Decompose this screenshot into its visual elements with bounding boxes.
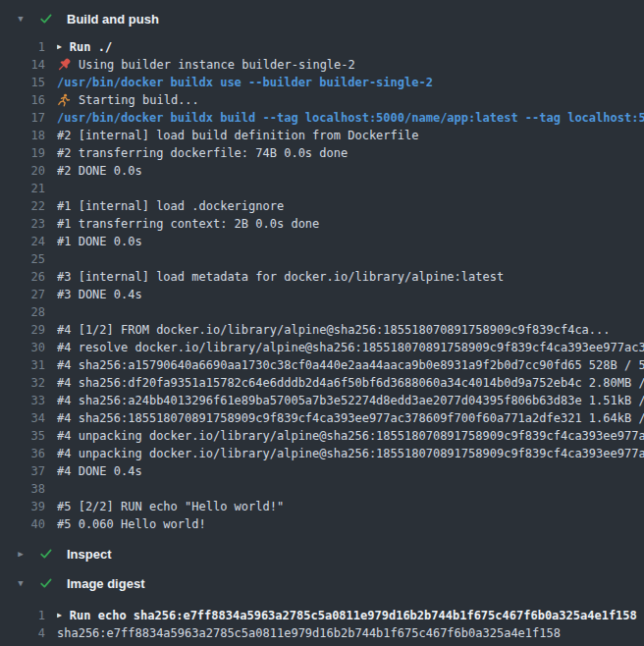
play-arrow-icon[interactable]: ▶ <box>57 612 62 619</box>
line-content: #4 sha256:185518070891758909c9f839cf4ca3… <box>57 411 644 425</box>
line-number[interactable]: 22 <box>0 199 57 213</box>
section-header-build-and-push[interactable]: ▼Build and push <box>0 4 644 33</box>
log-line: 35#4 unpacking docker.io/library/alpine@… <box>0 427 644 445</box>
line-number[interactable]: 25 <box>0 252 57 266</box>
chevron-right-icon[interactable]: ▶ <box>15 550 27 559</box>
line-text: Using builder instance builder-single-2 <box>57 56 644 74</box>
line-content: Using builder instance builder-single-2 <box>79 58 355 72</box>
line-content: #4 DONE 0.4s <box>57 464 142 478</box>
log-line: 16Starting build... <box>0 91 644 109</box>
line-content: #4 sha256:a24bb4013296f61e89ba57005a7b3e… <box>57 394 644 407</box>
log-line: 34#4 sha256:185518070891758909c9f839cf4c… <box>0 409 644 427</box>
line-text: #5 0.060 Hello world! <box>57 515 644 533</box>
section-body-build-and-push: 1▶Run ./14Using builder instance builder… <box>0 33 644 539</box>
pushpin-icon <box>57 58 71 72</box>
log-line: 38 <box>0 480 644 498</box>
line-number[interactable]: 17 <box>0 111 57 125</box>
line-text: /usr/bin/docker buildx use --builder bui… <box>57 74 644 91</box>
line-content: #1 [internal] load .dockerignore <box>57 199 284 213</box>
play-arrow-icon[interactable]: ▶ <box>57 43 62 51</box>
line-content: sha256:e7ff8834a5963a2785c5a0811e979d16b… <box>57 626 561 640</box>
log-line: 33#4 sha256:a24bb4013296f61e89ba57005a7b… <box>0 392 644 409</box>
line-number[interactable]: 36 <box>0 447 57 460</box>
line-content: #2 transferring dockerfile: 74B 0.0s don… <box>57 146 348 160</box>
log-line: 36#4 unpacking docker.io/library/alpine@… <box>0 445 644 462</box>
line-text: Starting build... <box>57 91 644 109</box>
line-text: #4 unpacking docker.io/library/alpine@sh… <box>57 427 644 445</box>
line-number[interactable]: 37 <box>0 464 57 478</box>
chevron-down-icon[interactable]: ▼ <box>15 15 27 24</box>
line-text: #4 sha256:a24bb4013296f61e89ba57005a7b3e… <box>57 392 644 409</box>
section-header-image-digest[interactable]: ▼Image digest <box>0 568 644 598</box>
log-line: 26#3 [internal] load metadata for docker… <box>0 268 644 286</box>
log-line: 4sha256:e7ff8834a5963a2785c5a0811e979d16… <box>0 624 644 642</box>
line-content: #5 [2/2] RUN echo "Hello world!" <box>57 500 284 513</box>
line-number[interactable]: 1 <box>0 40 57 54</box>
line-number[interactable]: 33 <box>0 394 57 407</box>
line-number[interactable]: 21 <box>0 182 57 195</box>
line-number[interactable]: 32 <box>0 376 57 390</box>
line-number[interactable]: 14 <box>0 58 57 72</box>
line-text: #3 [internal] load metadata for docker.i… <box>57 268 644 286</box>
line-content: /usr/bin/docker buildx build --tag local… <box>57 111 644 125</box>
workflow-log: ▼Build and push1▶Run ./14Using builder i… <box>0 0 644 646</box>
log-line: 32#4 sha256:df20fa9351a15782c64e6dddb2d4… <box>0 374 644 392</box>
line-number[interactable]: 4 <box>0 626 57 640</box>
line-number[interactable]: 29 <box>0 323 57 337</box>
check-icon <box>39 576 53 590</box>
line-number[interactable]: 15 <box>0 76 57 89</box>
log-section-build-and-push: ▼Build and push1▶Run ./14Using builder i… <box>0 4 644 539</box>
log-line: 30#4 resolve docker.io/library/alpine@sh… <box>0 339 644 356</box>
line-number[interactable]: 23 <box>0 217 57 231</box>
line-number[interactable]: 38 <box>0 482 57 496</box>
line-text: #2 DONE 0.0s <box>57 162 644 180</box>
line-text: #1 transferring context: 2B 0.0s done <box>57 215 644 233</box>
log-line: 18#2 [internal] load build definition fr… <box>0 127 644 144</box>
check-icon <box>39 12 53 26</box>
line-number[interactable]: 16 <box>0 93 57 107</box>
line-number[interactable]: 18 <box>0 129 57 142</box>
log-line: 37#4 DONE 0.4s <box>0 462 644 480</box>
line-content: #4 resolve docker.io/library/alpine@sha2… <box>57 341 644 354</box>
line-content: #3 DONE 0.4s <box>57 288 142 301</box>
line-text <box>57 480 644 498</box>
log-line: 19#2 transferring dockerfile: 74B 0.0s d… <box>0 144 644 162</box>
chevron-down-icon[interactable]: ▼ <box>15 579 27 588</box>
line-text: #4 sha256:df20fa9351a15782c64e6dddb2d4a6… <box>57 374 644 392</box>
line-text: #1 [internal] load .dockerignore <box>57 197 644 215</box>
log-line: 29#4 [1/2] FROM docker.io/library/alpine… <box>0 321 644 339</box>
line-number[interactable]: 19 <box>0 146 57 160</box>
line-text: #2 transferring dockerfile: 74B 0.0s don… <box>57 144 644 162</box>
line-number[interactable]: 28 <box>0 305 57 319</box>
line-number[interactable]: 27 <box>0 288 57 301</box>
log-line: 31#4 sha256:a15790640a6690aa1730c38cf0a4… <box>0 356 644 374</box>
log-line: 21 <box>0 180 644 197</box>
line-content: #1 transferring context: 2B 0.0s done <box>57 217 319 231</box>
line-number[interactable]: 31 <box>0 358 57 372</box>
line-number[interactable]: 35 <box>0 429 57 443</box>
section-title: Image digest <box>67 576 144 591</box>
line-number[interactable]: 24 <box>0 235 57 248</box>
line-number[interactable]: 30 <box>0 341 57 354</box>
line-content: #4 unpacking docker.io/library/alpine@sh… <box>57 429 644 443</box>
log-line: 17/usr/bin/docker buildx build --tag loc… <box>0 109 644 127</box>
line-number[interactable]: 26 <box>0 270 57 284</box>
line-number[interactable]: 1 <box>0 609 57 622</box>
line-text: ▶Run echo sha256:e7ff8834a5963a2785c5a08… <box>57 607 644 624</box>
line-number[interactable]: 39 <box>0 500 57 513</box>
log-line: 23#1 transferring context: 2B 0.0s done <box>0 215 644 233</box>
line-content: Run echo sha256:e7ff8834a5963a2785c5a081… <box>70 609 637 622</box>
log-line: 40#5 0.060 Hello world! <box>0 515 644 533</box>
line-number[interactable]: 34 <box>0 411 57 425</box>
line-text <box>57 303 644 321</box>
line-number[interactable]: 20 <box>0 164 57 178</box>
section-header-inspect[interactable]: ▶Inspect <box>0 539 644 568</box>
line-number[interactable]: 40 <box>0 517 57 531</box>
line-content: #5 0.060 Hello world! <box>57 517 206 531</box>
line-text: #4 sha256:185518070891758909c9f839cf4ca3… <box>57 409 644 427</box>
line-content: Starting build... <box>79 93 199 107</box>
line-content: #2 DONE 0.0s <box>57 164 142 178</box>
section-title: Build and push <box>67 12 159 27</box>
check-icon <box>39 547 53 561</box>
line-text <box>57 180 644 197</box>
